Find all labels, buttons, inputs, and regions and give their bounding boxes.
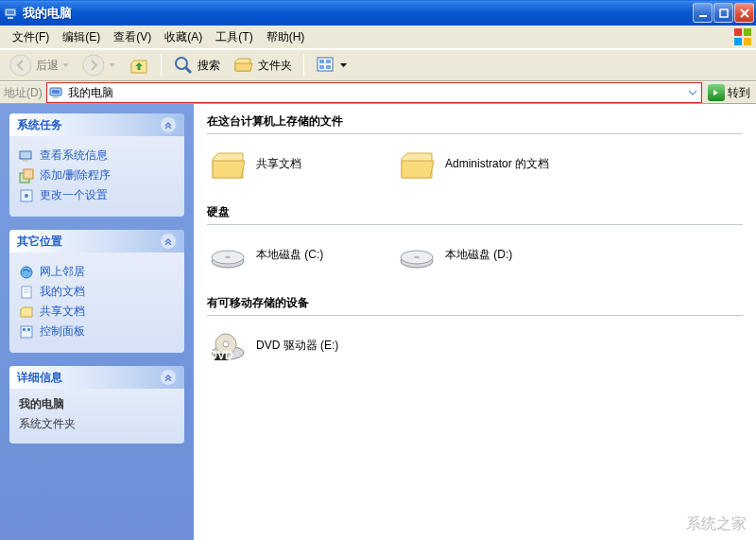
panel-body: 我的电脑 系统文件夹 bbox=[9, 389, 184, 444]
items-row: 共享文档 Administrator 的文档 bbox=[207, 144, 743, 185]
back-label: 后退 bbox=[36, 58, 59, 74]
svg-point-11 bbox=[176, 58, 187, 69]
link-my-documents[interactable]: 我的文档 bbox=[17, 282, 177, 302]
search-button[interactable]: 搜索 bbox=[167, 52, 226, 78]
my-computer-icon bbox=[49, 85, 64, 100]
folders-button[interactable]: 文件夹 bbox=[228, 52, 298, 78]
svg-rect-6 bbox=[744, 28, 751, 36]
dvd-drive-icon: DVD bbox=[209, 327, 247, 365]
menu-help[interactable]: 帮助(H) bbox=[260, 26, 312, 48]
link-label: 网上邻居 bbox=[40, 264, 85, 280]
svg-rect-2 bbox=[8, 17, 13, 19]
item-label: 共享文档 bbox=[256, 157, 301, 172]
link-add-remove-programs[interactable]: 添加/删除程序 bbox=[17, 165, 177, 185]
collapse-icon[interactable] bbox=[160, 116, 177, 133]
search-label: 搜索 bbox=[198, 58, 220, 74]
items-row: 本地磁盘 (C:) 本地磁盘 (D:) bbox=[207, 235, 743, 276]
svg-point-26 bbox=[25, 194, 28, 198]
back-button[interactable]: 后退 bbox=[4, 51, 75, 79]
link-shared-documents[interactable]: 共享文档 bbox=[17, 302, 177, 322]
folder-icon bbox=[209, 146, 247, 183]
link-label: 添加/删除程序 bbox=[40, 167, 111, 183]
svg-point-39 bbox=[414, 256, 420, 259]
svg-rect-32 bbox=[23, 328, 26, 331]
svg-rect-16 bbox=[319, 65, 324, 69]
svg-rect-14 bbox=[319, 60, 324, 63]
panel-header[interactable]: 其它位置 bbox=[9, 230, 184, 253]
item-label: DVD 驱动器 (E:) bbox=[256, 339, 338, 354]
view-mode-button[interactable] bbox=[310, 52, 352, 78]
panel-header[interactable]: 详细信息 bbox=[9, 366, 184, 389]
panel-title: 其它位置 bbox=[17, 234, 62, 250]
svg-rect-31 bbox=[21, 326, 32, 338]
go-icon bbox=[708, 84, 725, 101]
item-label: 本地磁盘 (C:) bbox=[256, 248, 323, 263]
link-label: 控制面板 bbox=[40, 323, 85, 340]
up-button[interactable] bbox=[123, 52, 155, 78]
chevron-down-icon bbox=[340, 63, 347, 67]
window-title: 我的电脑 bbox=[23, 5, 693, 22]
section-title: 在这台计算机上存储的文件 bbox=[207, 112, 743, 134]
item-shared-documents[interactable]: 共享文档 bbox=[207, 144, 377, 185]
item-local-disk-d[interactable]: 本地磁盘 (D:) bbox=[396, 235, 566, 276]
address-bar: 地址(D) 我的电脑 转到 bbox=[0, 81, 756, 104]
hard-disk-icon bbox=[209, 236, 247, 274]
dropdown-icon[interactable] bbox=[686, 86, 699, 99]
collapse-icon[interactable] bbox=[160, 369, 177, 386]
folder-icon bbox=[398, 146, 436, 183]
window-controls bbox=[693, 3, 754, 23]
panel-header[interactable]: 系统任务 bbox=[9, 113, 184, 136]
svg-point-27 bbox=[21, 267, 32, 278]
maximize-button[interactable] bbox=[713, 3, 733, 23]
menu-view[interactable]: 查看(V) bbox=[107, 26, 158, 48]
item-local-disk-c[interactable]: 本地磁盘 (C:) bbox=[207, 235, 377, 276]
item-label: 本地磁盘 (D:) bbox=[445, 248, 512, 263]
menu-edit[interactable]: 编辑(E) bbox=[56, 26, 107, 48]
toolbar-separator bbox=[303, 54, 304, 77]
collapse-icon[interactable] bbox=[160, 233, 177, 250]
link-label: 查看系统信息 bbox=[40, 148, 108, 164]
section-title: 硬盘 bbox=[207, 202, 743, 225]
link-view-system-info[interactable]: 查看系统信息 bbox=[17, 146, 177, 165]
link-label: 我的文档 bbox=[40, 284, 85, 300]
folder-icon bbox=[19, 305, 34, 320]
go-label: 转到 bbox=[728, 85, 750, 101]
menu-favorites[interactable]: 收藏(A) bbox=[158, 26, 209, 48]
address-input[interactable]: 我的电脑 bbox=[46, 82, 702, 103]
chevron-down-icon bbox=[109, 63, 115, 67]
panel-body: 查看系统信息 添加/删除程序 更改一个设置 bbox=[9, 136, 184, 217]
link-network-places[interactable]: 网上邻居 bbox=[17, 262, 177, 282]
toolbar-separator bbox=[161, 54, 162, 77]
address-value: 我的电脑 bbox=[64, 85, 686, 101]
link-control-panel[interactable]: 控制面板 bbox=[17, 322, 177, 341]
panel-body: 网上邻居 我的文档 共享文档 控制面板 bbox=[9, 253, 184, 353]
svg-rect-4 bbox=[720, 9, 728, 17]
menu-bar: 文件(F) 编辑(E) 查看(V) 收藏(A) 工具(T) 帮助(H) bbox=[0, 26, 756, 49]
item-dvd-drive-e[interactable]: DVD DVD 驱动器 (E:) bbox=[207, 325, 377, 367]
svg-rect-7 bbox=[734, 38, 742, 45]
svg-rect-22 bbox=[23, 160, 28, 162]
minimize-button[interactable] bbox=[693, 3, 713, 23]
section-removable: 有可移动存储的设备 DVD DVD 驱动器 (E:) bbox=[207, 293, 743, 367]
link-change-setting[interactable]: 更改一个设置 bbox=[17, 185, 177, 205]
svg-rect-33 bbox=[27, 328, 30, 331]
section-title: 有可移动存储的设备 bbox=[207, 293, 743, 316]
panel-title: 系统任务 bbox=[17, 117, 62, 133]
close-button[interactable] bbox=[734, 3, 754, 23]
svg-rect-20 bbox=[53, 96, 59, 98]
go-button[interactable]: 转到 bbox=[702, 84, 756, 101]
item-admin-documents[interactable]: Administrator 的文档 bbox=[396, 144, 566, 185]
details-panel: 详细信息 我的电脑 系统文件夹 bbox=[9, 366, 184, 444]
svg-point-42 bbox=[223, 341, 229, 347]
other-places-panel: 其它位置 网上邻居 我的文档 共享文档 控制面板 bbox=[9, 230, 184, 353]
svg-rect-21 bbox=[20, 151, 31, 159]
svg-rect-8 bbox=[744, 38, 751, 45]
menu-file[interactable]: 文件(F) bbox=[6, 26, 56, 48]
menu-tools[interactable]: 工具(T) bbox=[209, 26, 259, 48]
content-area: 系统任务 查看系统信息 添加/删除程序 更改一个设置 bbox=[0, 104, 756, 540]
svg-text:DVD: DVD bbox=[209, 349, 233, 362]
items-row: DVD DVD 驱动器 (E:) bbox=[207, 325, 743, 367]
network-icon bbox=[19, 265, 34, 280]
sidebar: 系统任务 查看系统信息 添加/删除程序 更改一个设置 bbox=[0, 104, 194, 540]
forward-button[interactable] bbox=[77, 51, 121, 79]
